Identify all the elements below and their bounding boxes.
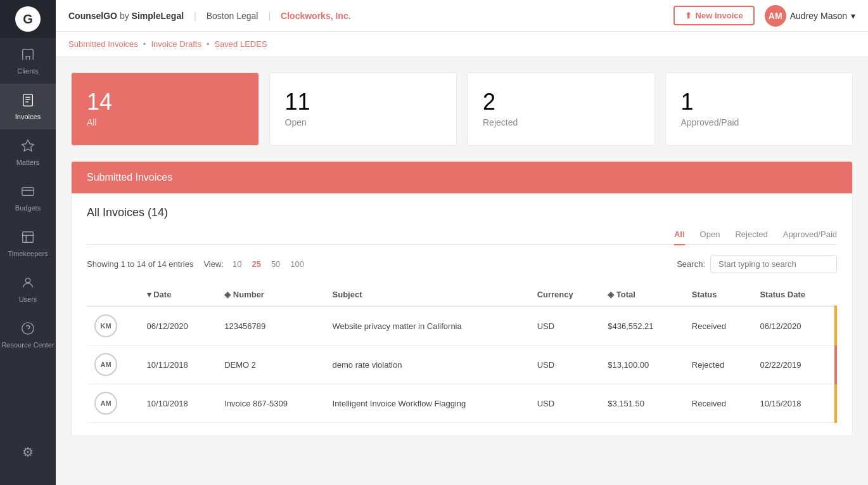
main-content: CounselGO by SimpleLegal | Boston Legal … bbox=[56, 0, 868, 485]
row-status-1: Rejected bbox=[684, 346, 753, 384]
stat-label-0: All bbox=[87, 117, 243, 127]
sidebar-item-invoices[interactable]: Invoices bbox=[0, 84, 56, 129]
svg-rect-5 bbox=[22, 187, 34, 195]
stat-card-open[interactable]: 11Open bbox=[269, 72, 457, 146]
sidebar-item-timekeepers[interactable]: Timekeepers bbox=[0, 221, 56, 266]
row-total-2: $3,151.50 bbox=[600, 384, 684, 423]
filter-tab-all[interactable]: All bbox=[674, 230, 685, 245]
stat-card-all[interactable]: 14All bbox=[71, 72, 259, 146]
col-date[interactable]: ▾ Date bbox=[139, 283, 217, 306]
row-avatar-1: AM bbox=[94, 353, 117, 376]
app-logo[interactable]: G bbox=[15, 6, 41, 32]
sidebar-bottom: ⚙ bbox=[0, 429, 56, 485]
stat-card-rejected[interactable]: 2Rejected bbox=[467, 72, 655, 146]
content-area: 14All11Open2Rejected1Approved/Paid Submi… bbox=[56, 57, 868, 485]
table-row[interactable]: AM 10/11/2018 DEMO 2 demo rate violation… bbox=[87, 346, 836, 384]
col-total[interactable]: ◈ Total bbox=[600, 283, 684, 306]
filter-tab-rejected[interactable]: Rejected bbox=[735, 230, 767, 245]
nav-divider2: | bbox=[268, 11, 271, 21]
stat-label-3: Approved/Paid bbox=[681, 117, 838, 127]
row-date-1: 10/11/2018 bbox=[139, 346, 217, 384]
breadcrumb-saved-ledes[interactable]: Saved LEDES bbox=[214, 39, 267, 49]
filter-tabs: AllOpenRejectedApproved/Paid bbox=[87, 230, 837, 245]
user-menu[interactable]: AM Audrey Mason ▾ bbox=[765, 5, 855, 27]
col-subject: Subject bbox=[325, 283, 530, 306]
clients-icon bbox=[21, 48, 35, 65]
settings-icon: ⚙ bbox=[22, 444, 34, 460]
stat-number-0: 14 bbox=[87, 91, 243, 113]
stat-number-2: 2 bbox=[483, 91, 639, 113]
row-date-2: 10/10/2018 bbox=[139, 384, 217, 423]
filter-tab-open[interactable]: Open bbox=[700, 230, 720, 245]
svg-marker-4 bbox=[22, 139, 34, 150]
col-number[interactable]: ◈ Number bbox=[217, 283, 324, 306]
users-icon bbox=[21, 276, 35, 293]
invoices-section: Submitted Invoices All Invoices (14) All… bbox=[71, 161, 853, 436]
row-avatar-2: AM bbox=[94, 392, 117, 415]
resource-center-icon bbox=[21, 321, 35, 339]
view-label: View: bbox=[203, 259, 224, 269]
filter-tab-approved-paid[interactable]: Approved/Paid bbox=[783, 230, 837, 245]
row-subject-2: Intelligent Invoice Workflow Flagging bbox=[325, 384, 530, 423]
table-head: ▾ Date ◈ Number Subject Currency ◈ Total… bbox=[87, 283, 836, 306]
svg-rect-7 bbox=[23, 231, 34, 242]
topnav-right: ⬆ New Invoice AM Audrey Mason ▾ bbox=[673, 5, 855, 27]
row-currency-1: USD bbox=[530, 346, 601, 384]
svg-point-11 bbox=[22, 322, 34, 333]
stat-number-1: 11 bbox=[285, 91, 442, 113]
new-invoice-button[interactable]: ⬆ New Invoice bbox=[673, 6, 755, 25]
sidebar-item-resource-center[interactable]: Resource Center bbox=[0, 312, 56, 358]
row-number-0: 123456789 bbox=[217, 306, 324, 346]
stat-label-1: Open bbox=[285, 117, 442, 127]
sidebar-label-budgets: Budgets bbox=[15, 204, 41, 212]
svg-rect-0 bbox=[23, 94, 33, 105]
chevron-down-icon: ▾ bbox=[851, 11, 855, 21]
client2-active[interactable]: Clockworks, Inc. bbox=[281, 11, 350, 21]
table-controls: Showing 1 to 14 of 14 entries View: 1025… bbox=[87, 255, 837, 273]
table-row[interactable]: AM 10/10/2018 Invoice 867-5309 Intellige… bbox=[87, 384, 836, 423]
row-currency-0: USD bbox=[530, 306, 601, 346]
search-label: Search: bbox=[677, 259, 705, 269]
upload-icon: ⬆ bbox=[685, 11, 692, 20]
view-option-100[interactable]: 100 bbox=[286, 258, 308, 270]
section-title: All Invoices (14) bbox=[87, 206, 837, 219]
search-input[interactable] bbox=[710, 255, 837, 273]
row-status-date-1: 02/22/2019 bbox=[752, 346, 836, 384]
sidebar-item-matters[interactable]: Matters bbox=[0, 129, 56, 175]
row-status-date-0: 06/12/2020 bbox=[752, 306, 836, 346]
breadcrumb-invoice-drafts[interactable]: Invoice Drafts bbox=[151, 39, 201, 49]
sidebar-label-clients: Clients bbox=[17, 67, 39, 75]
sidebar-item-budgets[interactable]: Budgets bbox=[0, 175, 56, 221]
client1[interactable]: Boston Legal bbox=[207, 11, 258, 21]
table-row[interactable]: KM 06/12/2020 123456789 Website privacy … bbox=[87, 306, 836, 346]
view-option-25[interactable]: 25 bbox=[248, 258, 264, 270]
sidebar-item-users[interactable]: Users bbox=[0, 266, 56, 312]
stat-card-approved-paid[interactable]: 1Approved/Paid bbox=[665, 72, 853, 146]
sidebar-item-clients[interactable]: Clients bbox=[0, 38, 56, 84]
stat-label-2: Rejected bbox=[483, 117, 639, 127]
row-number-1: DEMO 2 bbox=[217, 346, 324, 384]
invoices-icon bbox=[21, 93, 35, 110]
view-option-50[interactable]: 50 bbox=[267, 258, 284, 270]
row-avatar-cell: AM bbox=[87, 384, 139, 423]
sidebar: G ClientsInvoicesMattersBudgetsTimekeepe… bbox=[0, 0, 56, 485]
row-currency-2: USD bbox=[530, 384, 601, 423]
matters-icon bbox=[21, 139, 35, 156]
col-avatar bbox=[87, 283, 139, 306]
view-option-10[interactable]: 10 bbox=[229, 258, 245, 270]
invoices-table: ▾ Date ◈ Number Subject Currency ◈ Total… bbox=[87, 283, 837, 423]
view-options: 102550100 bbox=[229, 258, 308, 270]
sidebar-label-users: Users bbox=[19, 295, 37, 303]
stat-number-3: 1 bbox=[681, 91, 838, 113]
sidebar-item-settings[interactable]: ⚙ bbox=[0, 429, 56, 475]
brand-name: CounselGO by SimpleLegal bbox=[68, 11, 184, 21]
section-header: Submitted Invoices bbox=[72, 162, 852, 193]
row-number-2: Invoice 867-5309 bbox=[217, 384, 324, 423]
breadcrumb-submitted-invoices[interactable]: Submitted Invoices bbox=[68, 39, 138, 49]
user-avatar: AM bbox=[765, 5, 786, 27]
section-body: All Invoices (14) AllOpenRejectedApprove… bbox=[72, 193, 852, 436]
search-box: Search: bbox=[677, 255, 837, 273]
timekeepers-icon bbox=[21, 230, 35, 247]
row-status-date-2: 10/15/2018 bbox=[752, 384, 836, 423]
row-avatar-cell: KM bbox=[87, 306, 139, 346]
